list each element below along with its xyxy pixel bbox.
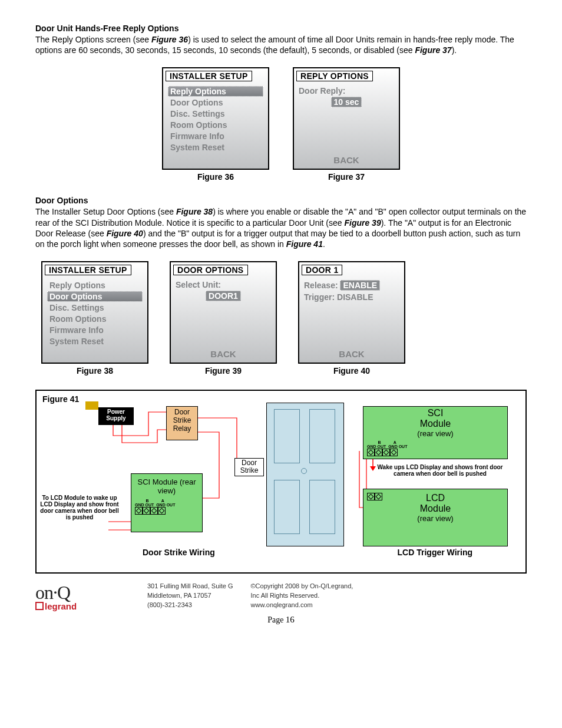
onq-logo-text: on·Q bbox=[35, 582, 106, 604]
door-options-text: The Installer Setup Door Options (see Fi… bbox=[35, 206, 527, 249]
screen-title: INSTALLER SETUP bbox=[166, 71, 252, 81]
page-number: Page 16 bbox=[35, 615, 527, 625]
menu-item[interactable]: Firmware Info bbox=[47, 325, 143, 335]
select-unit-label: Select Unit: bbox=[176, 280, 271, 289]
menu-item[interactable]: System Reset bbox=[47, 336, 143, 347]
figure-caption: Figure 38 bbox=[77, 366, 113, 375]
release-label: Release: bbox=[304, 281, 338, 290]
sci-module-left: SCI Module (rear view) B AGND OUT GND OU… bbox=[131, 473, 203, 532]
menu-item[interactable]: Reply Options bbox=[168, 86, 263, 97]
screen-title: REPLY OPTIONS bbox=[296, 71, 373, 81]
footer-address: 301 Fulling Mill Road, Suite G Middletow… bbox=[147, 582, 233, 610]
power-supply-block: PowerSupply bbox=[98, 407, 134, 425]
figure-41-diagram: Figure 41 PowerSupply Door Strike Relay … bbox=[35, 390, 527, 574]
menu-item[interactable]: Room Options bbox=[47, 314, 143, 324]
screen-door1: DOOR 1 Release: ENABLE Trigger: DISABLE … bbox=[298, 261, 405, 364]
figure-36: INSTALLER SETUP Reply Options Door Optio… bbox=[162, 67, 269, 182]
figure-37: REPLY OPTIONS Door Reply: 10 sec BACK Fi… bbox=[293, 67, 400, 182]
menu-item[interactable]: Reply Options bbox=[47, 280, 143, 291]
door-strike-wiring-caption: Door Strike Wiring bbox=[143, 548, 215, 557]
figure-row-36-37: INSTALLER SETUP Reply Options Door Optio… bbox=[35, 67, 527, 182]
reply-options-text: The Reply Options screen (see Figure 36)… bbox=[35, 34, 527, 55]
menu-item[interactable]: Firmware Info bbox=[168, 131, 263, 141]
figure-40: DOOR 1 Release: ENABLE Trigger: DISABLE … bbox=[298, 261, 405, 375]
lcd-module-right: LCD Module (rear view) bbox=[363, 489, 508, 546]
door-strike-label: Door Strike bbox=[234, 458, 264, 476]
sci-module-right: SCI Module (rear view) B AGND OUT GND OU… bbox=[363, 406, 508, 459]
reply-options-heading: Door Unit Hands-Free Reply Options bbox=[35, 24, 527, 33]
menu-list: Reply Options Door Options Disc. Setting… bbox=[168, 86, 263, 153]
lcd-note-left: To LCD Module to wake up LCD Display and… bbox=[39, 495, 120, 521]
figure-39: DOOR OPTIONS Select Unit: DOOR1 BACK Fig… bbox=[170, 261, 277, 375]
trigger-value[interactable]: DISABLE bbox=[337, 292, 373, 302]
menu-item[interactable]: Room Options bbox=[168, 120, 263, 130]
door-reply-value[interactable]: 10 sec bbox=[331, 97, 362, 107]
svg-marker-0 bbox=[370, 466, 376, 471]
reply-options-section: Door Unit Hands-Free Reply Options The R… bbox=[35, 24, 527, 55]
menu-item[interactable]: Door Options bbox=[168, 97, 263, 108]
footer-copyright: ©Copyright 2008 by On-Q/Legrand, Inc All… bbox=[251, 582, 353, 610]
back-button[interactable]: BACK bbox=[294, 155, 399, 165]
page-footer: on·Q legrand 301 Fulling Mill Road, Suit… bbox=[35, 582, 527, 611]
release-value[interactable]: ENABLE bbox=[340, 280, 380, 291]
back-button[interactable]: BACK bbox=[171, 349, 276, 359]
screen-installer-setup-36: INSTALLER SETUP Reply Options Door Optio… bbox=[162, 67, 269, 170]
screen-title: DOOR 1 bbox=[302, 265, 342, 275]
door-reply-label: Door Reply: bbox=[299, 86, 394, 95]
selected-unit-value[interactable]: DOOR1 bbox=[206, 291, 241, 301]
brand-logo: on·Q legrand bbox=[35, 582, 106, 611]
figure-caption: Figure 40 bbox=[333, 366, 370, 375]
door-options-section: Door Options The Installer Setup Door Op… bbox=[35, 196, 527, 249]
legrand-logo-text: legrand bbox=[35, 601, 106, 611]
figure-caption: Figure 37 bbox=[328, 172, 365, 182]
screen-title: INSTALLER SETUP bbox=[45, 265, 131, 275]
menu-item[interactable]: Door Options bbox=[47, 291, 143, 302]
wake-note-right: Wake ups LCD Display and shows front doo… bbox=[375, 464, 505, 477]
figure-41-label: Figure 41 bbox=[42, 394, 79, 404]
figure-row-38-40: INSTALLER SETUP Reply Options Door Optio… bbox=[35, 261, 527, 375]
arrow-icon bbox=[369, 459, 377, 473]
screen-door-options: DOOR OPTIONS Select Unit: DOOR1 BACK bbox=[170, 261, 277, 364]
figure-caption: Figure 39 bbox=[205, 366, 242, 375]
screen-reply-options: REPLY OPTIONS Door Reply: 10 sec BACK bbox=[293, 67, 400, 170]
menu-item[interactable]: Disc. Settings bbox=[47, 302, 143, 313]
screen-title: DOOR OPTIONS bbox=[173, 265, 248, 275]
trigger-label: Trigger: bbox=[304, 292, 335, 302]
menu-item[interactable]: System Reset bbox=[168, 142, 263, 153]
diagram-subcaptions: Door Strike Wiring LCD Trigger Wiring bbox=[42, 548, 520, 557]
figure-38: INSTALLER SETUP Reply Options Door Optio… bbox=[41, 261, 148, 375]
lcd-trigger-wiring-caption: LCD Trigger Wiring bbox=[398, 548, 472, 557]
back-button[interactable]: BACK bbox=[299, 349, 404, 359]
door-strike-relay-block: Door Strike Relay bbox=[166, 406, 198, 440]
figure-caption: Figure 36 bbox=[197, 172, 234, 182]
menu-item[interactable]: Disc. Settings bbox=[168, 108, 263, 119]
door-options-heading: Door Options bbox=[35, 196, 527, 205]
door-illustration bbox=[266, 403, 344, 546]
screen-installer-setup-38: INSTALLER SETUP Reply Options Door Optio… bbox=[41, 261, 148, 364]
